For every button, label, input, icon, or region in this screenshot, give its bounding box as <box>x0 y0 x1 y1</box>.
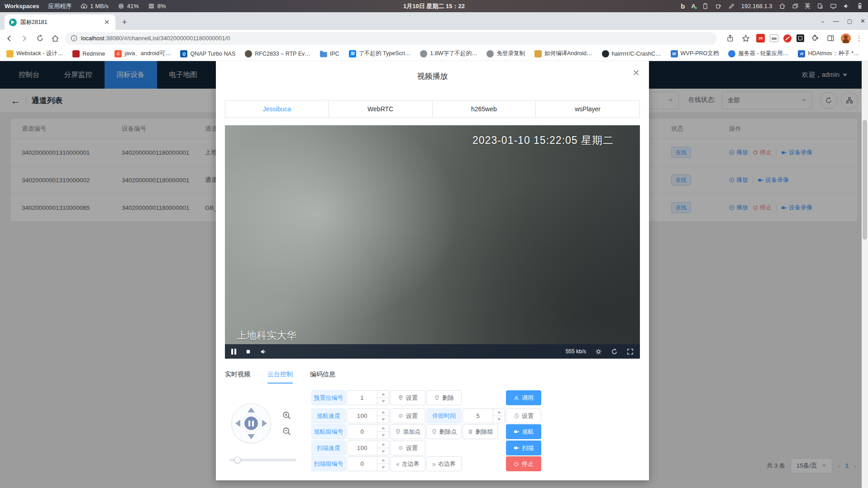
volume-tray-icon[interactable] <box>843 3 850 9</box>
applications-menu[interactable]: 应用程序 <box>43 0 76 12</box>
bookmark-item[interactable]: IPC <box>320 50 339 57</box>
volume-icon[interactable] <box>260 348 267 355</box>
window-close-icon[interactable]: ✕ <box>860 18 865 24</box>
step-up-icon[interactable] <box>377 441 389 448</box>
ip-address[interactable]: 192.168.1.3 <box>741 3 773 9</box>
scan-group-field[interactable] <box>347 457 377 471</box>
stay-time-field[interactable] <box>463 409 493 423</box>
memory-indicator[interactable]: 8% <box>143 0 171 12</box>
tab-close-icon[interactable]: ✕ <box>103 18 111 26</box>
share-icon[interactable] <box>725 33 735 44</box>
ptz-right-arrow[interactable] <box>262 420 267 427</box>
ptz-speed-slider[interactable] <box>229 459 296 461</box>
tab-webrtc[interactable]: WebRTC <box>329 100 433 118</box>
ptz-down-arrow[interactable] <box>248 434 255 439</box>
ptz-direction-pad[interactable] <box>231 403 271 443</box>
side-panel-icon[interactable] <box>825 33 836 44</box>
video-player[interactable]: 2023-01-10 15:22:05 星期二 上地科实大华 555 kb/s <box>225 125 640 359</box>
bookmark-item[interactable]: 免登录复制 <box>486 50 525 57</box>
screen-rotate-icon[interactable] <box>817 3 824 9</box>
home-tray-icon[interactable] <box>779 3 786 9</box>
delete-group-button[interactable]: 删除组 <box>463 424 498 439</box>
zoom-in-icon[interactable] <box>282 411 291 420</box>
tab-h265web[interactable]: h265web <box>433 100 536 118</box>
bookmark-item[interactable]: WWVP-PRO文档 <box>671 50 719 57</box>
cruise-speed-field[interactable] <box>347 409 377 423</box>
ptz-stop-button[interactable]: 停止 <box>506 456 541 471</box>
bookmark-item[interactable]: QQNAP Turbo NAS <box>180 50 235 57</box>
scan-speed-field[interactable] <box>347 441 377 455</box>
browser-tab[interactable]: 国标28181 ✕ <box>5 14 115 30</box>
bookmark-item[interactable]: Cjava、android可… <box>114 50 171 57</box>
color-picker-icon[interactable] <box>728 3 735 9</box>
delete-point-button[interactable]: 删除点 <box>426 424 462 439</box>
new-tab-button[interactable]: + <box>118 16 131 28</box>
ptz-up-arrow[interactable] <box>248 407 255 412</box>
forward-icon[interactable] <box>19 33 30 44</box>
bookmark-item[interactable]: hairrrrr/C-CrashC… <box>602 50 661 57</box>
battery-icon[interactable] <box>856 3 863 9</box>
ptz-left-arrow[interactable] <box>235 420 240 427</box>
tab-search-chevron-icon[interactable]: ⌄ <box>821 18 825 24</box>
display-icon[interactable] <box>830 3 837 9</box>
tab-ptz-control[interactable]: 云台控制 <box>267 370 293 384</box>
scan-button[interactable]: 扫描 <box>506 441 541 455</box>
tab-jessibuca[interactable]: Jessibuca <box>225 100 329 118</box>
bookmark-item[interactable]: Redmine <box>72 50 105 57</box>
step-up-icon[interactable] <box>377 391 389 398</box>
cpu-indicator[interactable]: 41% <box>113 0 143 12</box>
clock[interactable]: 1月10日 星期二 15：22 <box>403 0 465 12</box>
back-icon[interactable] <box>4 33 14 44</box>
bookmark-item[interactable]: RFC2833 – RTP Ev… <box>245 50 310 57</box>
fullscreen-icon[interactable] <box>627 348 634 355</box>
bookmark-item[interactable]: 知了不起的 TypeScri… <box>349 50 411 57</box>
bookmark-star-icon[interactable] <box>740 33 751 44</box>
step-up-icon[interactable] <box>493 409 505 416</box>
profile-avatar[interactable] <box>841 33 851 43</box>
zoom-out-icon[interactable] <box>282 426 291 436</box>
site-info-icon[interactable] <box>71 35 77 42</box>
tab-encoding-info[interactable]: 编码信息 <box>310 370 335 384</box>
ime-language-badge[interactable]: 英 <box>805 2 811 10</box>
bookmark-item[interactable]: 如何编译Android… <box>534 50 592 57</box>
step-down-icon[interactable] <box>493 416 505 423</box>
home-icon[interactable] <box>50 33 61 44</box>
right-boundary-button[interactable]: »右边界 <box>426 456 462 471</box>
stop-playback-icon[interactable] <box>245 349 251 355</box>
step-down-icon[interactable] <box>377 398 389 405</box>
player-refresh-icon[interactable] <box>611 348 618 355</box>
step-up-icon[interactable] <box>377 425 389 431</box>
add-point-button[interactable]: 添加点 <box>390 424 425 439</box>
window-minimize-icon[interactable]: — <box>833 18 839 24</box>
ptz-pause-button[interactable] <box>243 415 260 432</box>
bookmark-item[interactable]: 1.8W字了不起的… <box>420 50 477 57</box>
window-switcher-icon[interactable] <box>792 3 799 9</box>
bookmark-item[interactable]: 服务器 - 轻量应用… <box>728 50 788 57</box>
tab-wsplayer[interactable]: wsPlayer <box>536 100 639 118</box>
extension-js-icon[interactable]: JS <box>756 34 765 43</box>
step-down-icon[interactable] <box>377 431 389 439</box>
extension-screenshot-icon[interactable] <box>796 34 804 42</box>
extension-blocker-icon[interactable] <box>783 34 792 43</box>
scrollbar-thumb[interactable] <box>863 120 867 240</box>
cruise-button[interactable]: 巡航 <box>506 424 541 439</box>
window-maximize-icon[interactable]: ▢ <box>847 18 852 24</box>
step-down-icon[interactable] <box>377 448 389 455</box>
bookmark-item[interactable]: Webstack - 设计… <box>6 50 63 57</box>
dialog-close-icon[interactable]: ✕ <box>632 68 640 77</box>
search-tray-icon[interactable]: b <box>681 2 685 10</box>
page-scrollbar[interactable] <box>862 61 868 488</box>
step-down-icon[interactable] <box>377 464 389 471</box>
browser-menu-kebab-icon[interactable]: ⋮ <box>856 34 863 43</box>
step-up-icon[interactable] <box>377 457 389 464</box>
call-preset-button[interactable]: 调用 <box>506 390 541 405</box>
left-boundary-button[interactable]: «左边界 <box>390 456 425 471</box>
ime-indicator-icon[interactable]: A <box>691 3 695 9</box>
clipboard-icon[interactable] <box>702 3 709 9</box>
step-up-icon[interactable] <box>377 409 389 416</box>
coffee-icon[interactable] <box>715 3 722 9</box>
slider-thumb[interactable] <box>234 457 241 464</box>
reload-icon[interactable] <box>34 33 45 44</box>
bookmark-item[interactable]: HHDAtmos :: 种子 *… <box>798 50 859 57</box>
workspaces-button[interactable]: Workspaces <box>0 0 43 12</box>
